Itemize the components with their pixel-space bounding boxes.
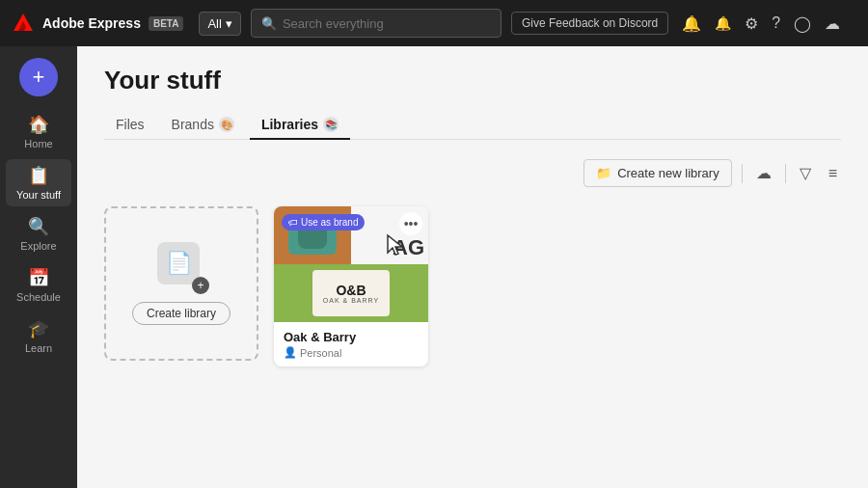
plus-badge-icon: + <box>192 277 209 294</box>
learn-icon: 🎓 <box>28 318 49 339</box>
help-icon[interactable]: ? <box>772 14 780 32</box>
explore-icon: 🔍 <box>28 216 49 237</box>
ob-subtitle: OAK & BARRY <box>323 297 379 304</box>
sidebar-item-schedule[interactable]: 📅 Schedule <box>6 261 71 309</box>
scope-label: All <box>207 16 221 31</box>
cloud-icon: ☁ <box>756 165 772 181</box>
sort-button[interactable]: ≡ <box>825 161 841 186</box>
cursor-icon <box>386 233 405 257</box>
create-library-icon: 📁 <box>596 166 611 180</box>
sidebar-item-your-stuff[interactable]: 📋 Your stuff <box>6 159 71 206</box>
sidebar-your-stuff-label: Your stuff <box>16 189 61 201</box>
svg-marker-2 <box>388 235 402 255</box>
sidebar-schedule-label: Schedule <box>16 291 61 303</box>
use-as-brand-badge[interactable]: 🏷 Use as brand <box>282 214 365 230</box>
card-more-button[interactable]: ••• <box>399 212 422 235</box>
create-library-inner-button[interactable]: Create library <box>132 302 231 325</box>
top-nav: Adobe Express BETA All ▾ 🔍 Give Feedback… <box>0 0 868 46</box>
plus-icon: + <box>33 65 45 90</box>
library-icon: 📄 <box>157 242 200 285</box>
account-circle-icon[interactable]: ◯ <box>794 14 811 33</box>
create-new-library-button[interactable]: 📁 Create new library <box>583 159 732 187</box>
main-content: Your stuff Files Brands 🎨 Libraries 📚 📁 … <box>77 46 868 488</box>
tab-brands[interactable]: Brands 🎨 <box>160 111 246 140</box>
schedule-icon: 📅 <box>28 267 49 288</box>
notifications-icon[interactable]: 🔔 <box>682 14 701 33</box>
toolbar-divider-2 <box>785 164 786 183</box>
adobe-logo-icon <box>12 12 35 35</box>
cards-grid: 📄 + Create library <box>104 206 841 366</box>
your-stuff-icon: 📋 <box>28 165 49 186</box>
tab-files[interactable]: Files <box>104 111 156 140</box>
nav-icons: 🔔 🔔 ⚙ ? ◯ ☁ <box>682 14 840 33</box>
tab-libraries-label: Libraries <box>261 117 318 132</box>
sidebar-item-explore[interactable]: 🔍 Explore <box>6 210 71 258</box>
library-card-info: Oak & Barry 👤 Personal <box>274 322 428 366</box>
use-as-brand-label: Use as brand <box>301 217 358 228</box>
brands-badge-icon: 🎨 <box>219 117 234 132</box>
toolbar-divider <box>742 164 743 183</box>
library-card-name: Oak & Barry <box>284 330 419 344</box>
chevron-down-icon: ▾ <box>226 16 232 31</box>
cloud-button[interactable]: ☁ <box>752 160 775 186</box>
tabs-bar: Files Brands 🎨 Libraries 📚 <box>104 111 841 140</box>
search-input[interactable] <box>283 16 491 31</box>
search-bar[interactable]: 🔍 <box>251 9 502 38</box>
filter-button[interactable]: ▽ <box>796 160 815 186</box>
preview-image-bottom: O&B OAK & BARRY <box>274 264 428 322</box>
create-card-icon-wrapper: 📄 + <box>157 242 205 290</box>
main-layout: + 🏠 Home 📋 Your stuff 🔍 Explore 📅 Schedu… <box>0 46 868 488</box>
filter-icon: ▽ <box>800 165 811 181</box>
sort-icon: ≡ <box>828 165 837 181</box>
create-library-card[interactable]: 📄 + Create library <box>104 206 258 361</box>
tab-brands-label: Brands <box>172 117 214 132</box>
ob-title: O&B <box>336 284 366 297</box>
tab-libraries[interactable]: Libraries 📚 <box>250 111 350 140</box>
sidebar-home-label: Home <box>24 138 52 149</box>
library-card-preview: AG O&B OAK & BARRY <box>274 206 428 322</box>
search-icon: 🔍 <box>261 16 277 31</box>
tab-files-label: Files <box>116 117 145 132</box>
library-card-owner: 👤 Personal <box>284 346 419 359</box>
feedback-button[interactable]: Give Feedback on Discord <box>511 12 668 35</box>
bell-icon[interactable]: 🔔 <box>715 15 731 31</box>
app-logo: Adobe Express BETA <box>12 12 183 35</box>
create-button[interactable]: + <box>19 58 58 96</box>
more-icon: ••• <box>404 216 419 231</box>
brand-icon: 🏷 <box>288 217 298 228</box>
library-card-oak-barry: AG O&B OAK & BARRY <box>274 206 428 366</box>
apps-icon[interactable]: ⚙ <box>745 14 758 33</box>
content-toolbar: 📁 Create new library ☁ ▽ ≡ <box>104 159 841 187</box>
page-title: Your stuff <box>104 66 841 95</box>
person-icon: 👤 <box>284 346 297 359</box>
sidebar: + 🏠 Home 📋 Your stuff 🔍 Explore 📅 Schedu… <box>0 46 77 488</box>
app-name-label: Adobe Express <box>42 15 141 31</box>
ob-box: O&B OAK & BARRY <box>312 270 390 316</box>
beta-badge: BETA <box>149 16 183 31</box>
sidebar-item-learn[interactable]: 🎓 Learn <box>6 312 71 360</box>
sidebar-learn-label: Learn <box>25 342 52 354</box>
owner-label: Personal <box>300 347 341 359</box>
create-library-label: Create new library <box>617 166 719 180</box>
cloud-sync-icon[interactable]: ☁ <box>825 14 840 33</box>
libraries-badge-icon: 📚 <box>323 117 339 132</box>
search-scope-dropdown[interactable]: All ▾ <box>199 12 240 36</box>
sidebar-explore-label: Explore <box>20 240 56 252</box>
home-icon: 🏠 <box>28 114 49 135</box>
sidebar-item-home[interactable]: 🏠 Home <box>6 108 71 155</box>
